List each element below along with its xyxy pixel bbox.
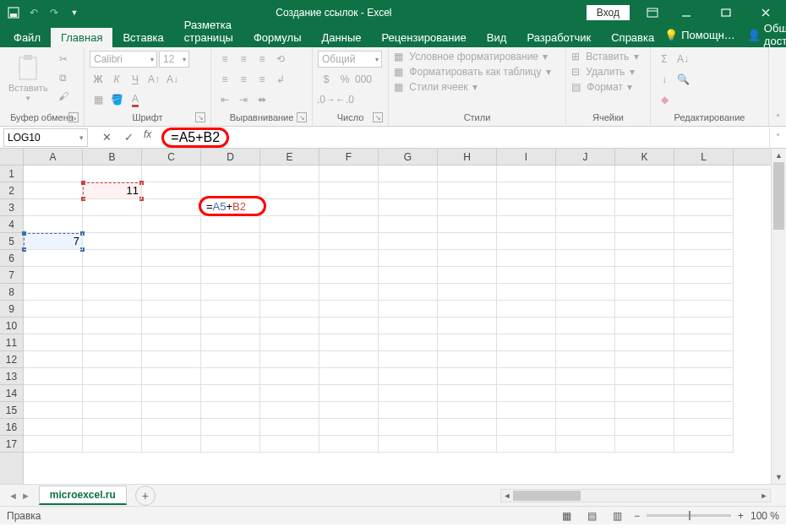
fill-color-icon[interactable]: 🪣 — [108, 91, 125, 108]
cell[interactable] — [260, 216, 319, 233]
cell[interactable] — [438, 385, 497, 402]
cell[interactable] — [319, 419, 379, 436]
cell[interactable] — [24, 301, 83, 318]
font-name-select[interactable]: Calibri — [90, 51, 157, 68]
login-button[interactable]: Вход — [587, 5, 630, 20]
cell[interactable] — [438, 402, 497, 419]
cell[interactable] — [201, 301, 260, 318]
clipboard-launcher-icon[interactable]: ↘ — [68, 112, 79, 122]
qat-dropdown-icon[interactable]: ▼ — [68, 6, 81, 19]
row-header[interactable]: 2 — [0, 182, 23, 199]
cell[interactable] — [497, 233, 556, 250]
cell[interactable] — [615, 436, 674, 453]
cell[interactable] — [201, 166, 260, 182]
cell[interactable] — [142, 436, 201, 453]
tab-view[interactable]: Вид — [477, 28, 517, 47]
cell[interactable] — [260, 351, 319, 368]
cell[interactable] — [83, 419, 142, 436]
enter-formula-button[interactable]: ✓ — [118, 128, 139, 147]
cell[interactable] — [674, 233, 734, 250]
bold-button[interactable]: Ж — [90, 71, 106, 88]
scroll-down-icon[interactable]: ▼ — [772, 470, 786, 484]
tab-review[interactable]: Рецензирование — [371, 28, 476, 47]
cell[interactable] — [201, 368, 260, 385]
cell-styles-button[interactable]: ▦ Стили ячеек ▾ — [394, 81, 560, 93]
cell[interactable] — [556, 199, 615, 216]
cell[interactable] — [260, 334, 319, 351]
cell[interactable] — [319, 334, 379, 351]
row-header[interactable]: 8 — [0, 284, 23, 301]
delete-cells-button[interactable]: ⊟ Удалить ▾ — [571, 66, 645, 78]
spreadsheet-grid[interactable]: ABCDEFGHIJKL 1234567891011121314151617 1… — [0, 149, 786, 484]
cell[interactable] — [615, 301, 674, 318]
row-header[interactable]: 13 — [0, 368, 23, 385]
cell[interactable] — [201, 318, 260, 334]
cell[interactable] — [379, 402, 438, 419]
cell[interactable] — [260, 402, 319, 419]
cell[interactable] — [83, 166, 142, 182]
cell[interactable] — [260, 318, 319, 334]
cell[interactable] — [615, 334, 674, 351]
tell-me[interactable]: 💡Помощн… — [664, 29, 735, 41]
cell[interactable] — [201, 351, 260, 368]
cell[interactable] — [438, 334, 497, 351]
number-format-select[interactable]: Общий — [318, 51, 382, 68]
cell[interactable] — [497, 318, 556, 334]
cell[interactable] — [556, 182, 615, 199]
scroll-left-icon[interactable]: ◄ — [501, 490, 513, 502]
cell[interactable] — [556, 368, 615, 385]
cell[interactable] — [83, 267, 142, 284]
cell[interactable] — [556, 216, 615, 233]
font-color-icon[interactable]: A — [127, 91, 144, 108]
normal-view-icon[interactable]: ▦ — [558, 508, 576, 524]
fx-icon[interactable]: fx — [140, 128, 155, 147]
cell[interactable] — [260, 368, 319, 385]
cell[interactable] — [201, 385, 260, 402]
row-header[interactable]: 7 — [0, 267, 23, 284]
number-launcher-icon[interactable]: ↘ — [373, 112, 383, 122]
zoom-in-button[interactable]: + — [738, 510, 744, 522]
active-cell-editor[interactable]: =A5+B2 — [206, 200, 246, 213]
cell[interactable] — [497, 351, 556, 368]
tab-page-layout[interactable]: Разметка страницы — [174, 15, 243, 47]
format-cells-button[interactable]: ▤ Формат ▾ — [571, 81, 645, 93]
cell[interactable] — [674, 284, 734, 301]
cell[interactable] — [24, 199, 83, 216]
cell[interactable] — [142, 233, 201, 250]
cell[interactable] — [438, 318, 497, 334]
cell[interactable] — [615, 166, 674, 182]
cell[interactable] — [260, 166, 319, 182]
row-header[interactable]: 1 — [0, 166, 23, 182]
cell[interactable] — [379, 284, 438, 301]
cell[interactable] — [379, 436, 438, 453]
cell[interactable] — [556, 301, 615, 318]
cell[interactable] — [260, 199, 319, 216]
cell[interactable] — [142, 385, 201, 402]
column-header[interactable]: D — [201, 149, 260, 165]
cell[interactable] — [615, 233, 674, 250]
cell[interactable] — [438, 216, 497, 233]
cell[interactable] — [438, 250, 497, 267]
column-header[interactable]: H — [438, 149, 497, 165]
row-header[interactable]: 5 — [0, 233, 23, 250]
cell[interactable] — [24, 419, 83, 436]
cell[interactable] — [556, 385, 615, 402]
cell[interactable] — [260, 301, 319, 318]
cell[interactable] — [556, 436, 615, 453]
scroll-up-icon[interactable]: ▲ — [772, 149, 786, 162]
cell[interactable] — [201, 436, 260, 453]
redo-icon[interactable]: ↷ — [47, 6, 61, 19]
cell[interactable] — [497, 250, 556, 267]
sheet-nav-next-icon[interactable]: ► — [21, 491, 30, 501]
cell[interactable] — [83, 250, 142, 267]
borders-icon[interactable]: ▦ — [90, 91, 106, 108]
cell[interactable] — [497, 301, 556, 318]
cell[interactable] — [83, 199, 142, 216]
cell[interactable] — [83, 368, 142, 385]
align-middle-icon[interactable]: ≡ — [235, 51, 252, 68]
cell[interactable] — [260, 284, 319, 301]
cell[interactable] — [379, 250, 438, 267]
cell[interactable] — [319, 250, 379, 267]
cell[interactable] — [615, 216, 674, 233]
tab-data[interactable]: Данные — [312, 28, 372, 47]
